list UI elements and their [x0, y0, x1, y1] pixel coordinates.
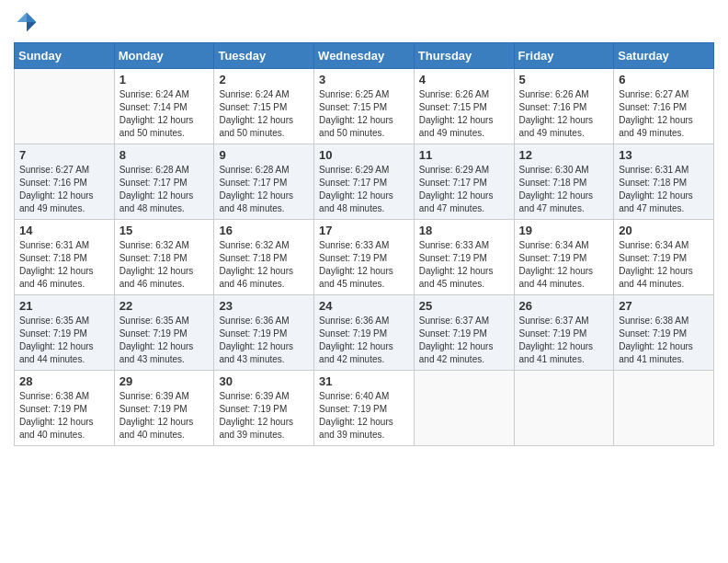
calendar-cell: 4Sunrise: 6:26 AMSunset: 7:15 PMDaylight…: [414, 69, 514, 144]
day-number: 10: [319, 148, 409, 162]
day-info: Sunrise: 6:31 AMSunset: 7:18 PMDaylight:…: [619, 164, 709, 215]
day-info: Sunrise: 6:34 AMSunset: 7:19 PMDaylight:…: [519, 239, 609, 291]
day-number: 12: [519, 148, 609, 162]
day-number: 18: [419, 224, 509, 237]
calendar-cell: [514, 371, 614, 446]
day-number: 2: [219, 73, 309, 86]
page-header: [14, 9, 714, 35]
calendar-cell: 30Sunrise: 6:39 AMSunset: 7:19 PMDayligh…: [214, 371, 314, 446]
day-number: 24: [319, 299, 409, 313]
day-info: Sunrise: 6:32 AMSunset: 7:18 PMDaylight:…: [219, 239, 309, 291]
calendar-week-row: 7Sunrise: 6:27 AMSunset: 7:16 PMDaylight…: [15, 144, 714, 220]
day-info: Sunrise: 6:36 AMSunset: 7:19 PMDaylight:…: [219, 315, 309, 366]
day-number: 21: [19, 299, 109, 313]
day-info: Sunrise: 6:27 AMSunset: 7:16 PMDaylight:…: [619, 88, 709, 140]
day-header-thursday: Thursday: [414, 43, 514, 69]
calendar-cell: 29Sunrise: 6:39 AMSunset: 7:19 PMDayligh…: [114, 371, 214, 446]
calendar-cell: 11Sunrise: 6:29 AMSunset: 7:17 PMDayligh…: [414, 144, 514, 220]
calendar-cell: 26Sunrise: 6:37 AMSunset: 7:19 PMDayligh…: [514, 295, 614, 371]
day-info: Sunrise: 6:28 AMSunset: 7:17 PMDaylight:…: [119, 164, 210, 215]
day-number: 27: [619, 299, 709, 313]
day-number: 22: [119, 299, 210, 313]
day-number: 29: [119, 374, 210, 388]
day-number: 13: [619, 148, 709, 162]
day-number: 23: [219, 299, 309, 313]
days-header-row: SundayMondayTuesdayWednesdayThursdayFrid…: [15, 43, 714, 69]
calendar-cell: 24Sunrise: 6:36 AMSunset: 7:19 PMDayligh…: [314, 295, 415, 371]
day-info: Sunrise: 6:25 AMSunset: 7:15 PMDaylight:…: [319, 88, 409, 140]
day-number: 26: [519, 299, 609, 313]
day-number: 1: [119, 73, 210, 86]
day-header-tuesday: Tuesday: [214, 43, 314, 69]
day-number: 30: [219, 374, 309, 388]
day-number: 5: [519, 73, 609, 86]
calendar-cell: 12Sunrise: 6:30 AMSunset: 7:18 PMDayligh…: [514, 144, 614, 220]
calendar-week-row: 21Sunrise: 6:35 AMSunset: 7:19 PMDayligh…: [15, 295, 714, 371]
logo-icon: [14, 9, 40, 35]
calendar-cell: [15, 69, 115, 144]
calendar-cell: 9Sunrise: 6:28 AMSunset: 7:17 PMDaylight…: [214, 144, 314, 220]
calendar-week-row: 14Sunrise: 6:31 AMSunset: 7:18 PMDayligh…: [15, 220, 714, 295]
day-info: Sunrise: 6:26 AMSunset: 7:16 PMDaylight:…: [519, 88, 609, 140]
calendar-cell: 31Sunrise: 6:40 AMSunset: 7:19 PMDayligh…: [314, 371, 415, 446]
day-header-sunday: Sunday: [15, 43, 115, 69]
day-info: Sunrise: 6:28 AMSunset: 7:17 PMDaylight:…: [219, 164, 309, 215]
day-info: Sunrise: 6:39 AMSunset: 7:19 PMDaylight:…: [119, 390, 210, 442]
day-info: Sunrise: 6:40 AMSunset: 7:19 PMDaylight:…: [319, 390, 409, 442]
day-info: Sunrise: 6:30 AMSunset: 7:18 PMDaylight:…: [519, 164, 609, 215]
day-header-friday: Friday: [514, 43, 614, 69]
calendar-week-row: 28Sunrise: 6:38 AMSunset: 7:19 PMDayligh…: [15, 371, 714, 446]
calendar-table: SundayMondayTuesdayWednesdayThursdayFrid…: [14, 42, 714, 446]
day-info: Sunrise: 6:38 AMSunset: 7:19 PMDaylight:…: [19, 390, 109, 442]
calendar-cell: 19Sunrise: 6:34 AMSunset: 7:19 PMDayligh…: [514, 220, 614, 295]
day-info: Sunrise: 6:32 AMSunset: 7:18 PMDaylight:…: [119, 239, 210, 291]
day-info: Sunrise: 6:27 AMSunset: 7:16 PMDaylight:…: [19, 164, 109, 215]
day-info: Sunrise: 6:26 AMSunset: 7:15 PMDaylight:…: [419, 88, 509, 140]
day-number: 20: [619, 224, 709, 237]
day-number: 15: [119, 224, 210, 237]
calendar-cell: 7Sunrise: 6:27 AMSunset: 7:16 PMDaylight…: [15, 144, 115, 220]
svg-marker-2: [17, 13, 28, 23]
day-info: Sunrise: 6:24 AMSunset: 7:14 PMDaylight:…: [119, 88, 210, 140]
calendar-cell: 8Sunrise: 6:28 AMSunset: 7:17 PMDaylight…: [114, 144, 214, 220]
calendar-week-row: 1Sunrise: 6:24 AMSunset: 7:14 PMDaylight…: [15, 69, 714, 144]
day-info: Sunrise: 6:33 AMSunset: 7:19 PMDaylight:…: [319, 239, 409, 291]
svg-marker-1: [27, 22, 37, 32]
day-info: Sunrise: 6:35 AMSunset: 7:19 PMDaylight:…: [119, 315, 210, 366]
day-info: Sunrise: 6:36 AMSunset: 7:19 PMDaylight:…: [319, 315, 409, 366]
calendar-cell: 27Sunrise: 6:38 AMSunset: 7:19 PMDayligh…: [614, 295, 714, 371]
calendar-cell: 22Sunrise: 6:35 AMSunset: 7:19 PMDayligh…: [114, 295, 214, 371]
day-info: Sunrise: 6:38 AMSunset: 7:19 PMDaylight:…: [619, 315, 709, 366]
calendar-cell: 23Sunrise: 6:36 AMSunset: 7:19 PMDayligh…: [214, 295, 314, 371]
calendar-cell: 3Sunrise: 6:25 AMSunset: 7:15 PMDaylight…: [314, 69, 415, 144]
calendar-cell: 28Sunrise: 6:38 AMSunset: 7:19 PMDayligh…: [15, 371, 115, 446]
calendar-cell: 25Sunrise: 6:37 AMSunset: 7:19 PMDayligh…: [414, 295, 514, 371]
calendar-cell: [614, 371, 714, 446]
day-number: 7: [19, 148, 109, 162]
day-info: Sunrise: 6:31 AMSunset: 7:18 PMDaylight:…: [19, 239, 109, 291]
calendar-cell: [414, 371, 514, 446]
calendar-cell: 17Sunrise: 6:33 AMSunset: 7:19 PMDayligh…: [314, 220, 415, 295]
day-number: 4: [419, 73, 509, 86]
day-info: Sunrise: 6:29 AMSunset: 7:17 PMDaylight:…: [319, 164, 409, 215]
calendar-cell: 10Sunrise: 6:29 AMSunset: 7:17 PMDayligh…: [314, 144, 415, 220]
calendar-cell: 14Sunrise: 6:31 AMSunset: 7:18 PMDayligh…: [15, 220, 115, 295]
calendar-cell: 15Sunrise: 6:32 AMSunset: 7:18 PMDayligh…: [114, 220, 214, 295]
day-info: Sunrise: 6:33 AMSunset: 7:19 PMDaylight:…: [419, 239, 509, 291]
day-number: 17: [319, 224, 409, 237]
day-number: 6: [619, 73, 709, 86]
day-info: Sunrise: 6:24 AMSunset: 7:15 PMDaylight:…: [219, 88, 309, 140]
calendar-cell: 6Sunrise: 6:27 AMSunset: 7:16 PMDaylight…: [614, 69, 714, 144]
day-info: Sunrise: 6:35 AMSunset: 7:19 PMDaylight:…: [19, 315, 109, 366]
logo: [14, 9, 43, 35]
day-info: Sunrise: 6:37 AMSunset: 7:19 PMDaylight:…: [419, 315, 509, 366]
day-number: 25: [419, 299, 509, 313]
day-header-wednesday: Wednesday: [314, 43, 415, 69]
day-number: 31: [319, 374, 409, 388]
calendar-cell: 2Sunrise: 6:24 AMSunset: 7:15 PMDaylight…: [214, 69, 314, 144]
calendar-cell: 13Sunrise: 6:31 AMSunset: 7:18 PMDayligh…: [614, 144, 714, 220]
day-number: 14: [19, 224, 109, 237]
calendar-cell: 20Sunrise: 6:34 AMSunset: 7:19 PMDayligh…: [614, 220, 714, 295]
day-number: 19: [519, 224, 609, 237]
day-header-saturday: Saturday: [614, 43, 714, 69]
